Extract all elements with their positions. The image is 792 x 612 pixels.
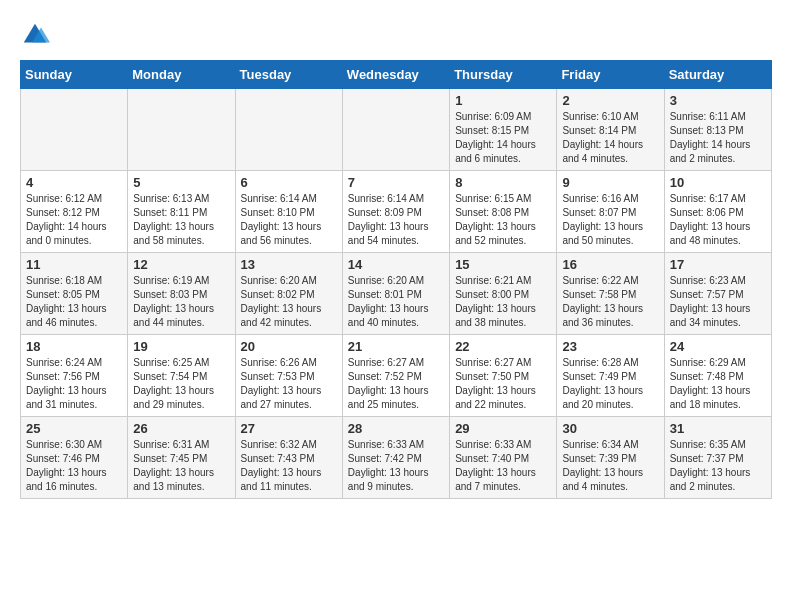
calendar-cell: 4Sunrise: 6:12 AM Sunset: 8:12 PM Daylig…: [21, 171, 128, 253]
day-number: 26: [133, 421, 229, 436]
day-info: Sunrise: 6:09 AM Sunset: 8:15 PM Dayligh…: [455, 110, 551, 166]
calendar-cell: [342, 89, 449, 171]
day-number: 20: [241, 339, 337, 354]
day-number: 21: [348, 339, 444, 354]
day-number: 10: [670, 175, 766, 190]
day-number: 23: [562, 339, 658, 354]
calendar-cell: 23Sunrise: 6:28 AM Sunset: 7:49 PM Dayli…: [557, 335, 664, 417]
calendar-cell: 28Sunrise: 6:33 AM Sunset: 7:42 PM Dayli…: [342, 417, 449, 499]
day-info: Sunrise: 6:30 AM Sunset: 7:46 PM Dayligh…: [26, 438, 122, 494]
calendar-cell: 17Sunrise: 6:23 AM Sunset: 7:57 PM Dayli…: [664, 253, 771, 335]
day-number: 27: [241, 421, 337, 436]
day-info: Sunrise: 6:33 AM Sunset: 7:40 PM Dayligh…: [455, 438, 551, 494]
calendar-table: SundayMondayTuesdayWednesdayThursdayFrid…: [20, 60, 772, 499]
calendar-cell: 31Sunrise: 6:35 AM Sunset: 7:37 PM Dayli…: [664, 417, 771, 499]
day-info: Sunrise: 6:21 AM Sunset: 8:00 PM Dayligh…: [455, 274, 551, 330]
calendar-cell: 25Sunrise: 6:30 AM Sunset: 7:46 PM Dayli…: [21, 417, 128, 499]
day-info: Sunrise: 6:14 AM Sunset: 8:09 PM Dayligh…: [348, 192, 444, 248]
day-info: Sunrise: 6:29 AM Sunset: 7:48 PM Dayligh…: [670, 356, 766, 412]
day-info: Sunrise: 6:23 AM Sunset: 7:57 PM Dayligh…: [670, 274, 766, 330]
day-number: 28: [348, 421, 444, 436]
day-number: 14: [348, 257, 444, 272]
calendar-cell: 19Sunrise: 6:25 AM Sunset: 7:54 PM Dayli…: [128, 335, 235, 417]
day-number: 8: [455, 175, 551, 190]
day-number: 11: [26, 257, 122, 272]
day-number: 16: [562, 257, 658, 272]
day-number: 17: [670, 257, 766, 272]
day-info: Sunrise: 6:26 AM Sunset: 7:53 PM Dayligh…: [241, 356, 337, 412]
calendar-cell: 20Sunrise: 6:26 AM Sunset: 7:53 PM Dayli…: [235, 335, 342, 417]
calendar-cell: 1Sunrise: 6:09 AM Sunset: 8:15 PM Daylig…: [450, 89, 557, 171]
weekday-header: Friday: [557, 61, 664, 89]
day-number: 2: [562, 93, 658, 108]
calendar-cell: 12Sunrise: 6:19 AM Sunset: 8:03 PM Dayli…: [128, 253, 235, 335]
day-number: 3: [670, 93, 766, 108]
day-info: Sunrise: 6:27 AM Sunset: 7:52 PM Dayligh…: [348, 356, 444, 412]
calendar-cell: 5Sunrise: 6:13 AM Sunset: 8:11 PM Daylig…: [128, 171, 235, 253]
day-info: Sunrise: 6:15 AM Sunset: 8:08 PM Dayligh…: [455, 192, 551, 248]
day-info: Sunrise: 6:17 AM Sunset: 8:06 PM Dayligh…: [670, 192, 766, 248]
day-number: 1: [455, 93, 551, 108]
day-info: Sunrise: 6:35 AM Sunset: 7:37 PM Dayligh…: [670, 438, 766, 494]
day-info: Sunrise: 6:25 AM Sunset: 7:54 PM Dayligh…: [133, 356, 229, 412]
calendar-cell: 7Sunrise: 6:14 AM Sunset: 8:09 PM Daylig…: [342, 171, 449, 253]
day-number: 31: [670, 421, 766, 436]
page-header: [20, 20, 772, 50]
day-info: Sunrise: 6:28 AM Sunset: 7:49 PM Dayligh…: [562, 356, 658, 412]
day-number: 29: [455, 421, 551, 436]
calendar-cell: [128, 89, 235, 171]
day-info: Sunrise: 6:33 AM Sunset: 7:42 PM Dayligh…: [348, 438, 444, 494]
day-info: Sunrise: 6:12 AM Sunset: 8:12 PM Dayligh…: [26, 192, 122, 248]
day-info: Sunrise: 6:19 AM Sunset: 8:03 PM Dayligh…: [133, 274, 229, 330]
day-info: Sunrise: 6:20 AM Sunset: 8:01 PM Dayligh…: [348, 274, 444, 330]
day-number: 24: [670, 339, 766, 354]
day-info: Sunrise: 6:11 AM Sunset: 8:13 PM Dayligh…: [670, 110, 766, 166]
calendar-cell: 16Sunrise: 6:22 AM Sunset: 7:58 PM Dayli…: [557, 253, 664, 335]
calendar-cell: 2Sunrise: 6:10 AM Sunset: 8:14 PM Daylig…: [557, 89, 664, 171]
day-info: Sunrise: 6:14 AM Sunset: 8:10 PM Dayligh…: [241, 192, 337, 248]
day-number: 5: [133, 175, 229, 190]
day-number: 13: [241, 257, 337, 272]
day-number: 25: [26, 421, 122, 436]
calendar-cell: 8Sunrise: 6:15 AM Sunset: 8:08 PM Daylig…: [450, 171, 557, 253]
calendar-cell: 29Sunrise: 6:33 AM Sunset: 7:40 PM Dayli…: [450, 417, 557, 499]
calendar-cell: 3Sunrise: 6:11 AM Sunset: 8:13 PM Daylig…: [664, 89, 771, 171]
day-number: 6: [241, 175, 337, 190]
calendar-cell: [235, 89, 342, 171]
day-info: Sunrise: 6:24 AM Sunset: 7:56 PM Dayligh…: [26, 356, 122, 412]
day-info: Sunrise: 6:18 AM Sunset: 8:05 PM Dayligh…: [26, 274, 122, 330]
calendar-cell: 14Sunrise: 6:20 AM Sunset: 8:01 PM Dayli…: [342, 253, 449, 335]
calendar-cell: 18Sunrise: 6:24 AM Sunset: 7:56 PM Dayli…: [21, 335, 128, 417]
calendar-cell: 9Sunrise: 6:16 AM Sunset: 8:07 PM Daylig…: [557, 171, 664, 253]
calendar-cell: [21, 89, 128, 171]
calendar-cell: 21Sunrise: 6:27 AM Sunset: 7:52 PM Dayli…: [342, 335, 449, 417]
day-info: Sunrise: 6:13 AM Sunset: 8:11 PM Dayligh…: [133, 192, 229, 248]
day-info: Sunrise: 6:31 AM Sunset: 7:45 PM Dayligh…: [133, 438, 229, 494]
day-number: 9: [562, 175, 658, 190]
logo-icon: [20, 20, 50, 50]
day-number: 30: [562, 421, 658, 436]
logo: [20, 20, 54, 50]
calendar-cell: 24Sunrise: 6:29 AM Sunset: 7:48 PM Dayli…: [664, 335, 771, 417]
day-info: Sunrise: 6:10 AM Sunset: 8:14 PM Dayligh…: [562, 110, 658, 166]
weekday-header: Saturday: [664, 61, 771, 89]
day-number: 19: [133, 339, 229, 354]
weekday-header: Monday: [128, 61, 235, 89]
day-number: 12: [133, 257, 229, 272]
day-number: 4: [26, 175, 122, 190]
day-info: Sunrise: 6:20 AM Sunset: 8:02 PM Dayligh…: [241, 274, 337, 330]
calendar-cell: 10Sunrise: 6:17 AM Sunset: 8:06 PM Dayli…: [664, 171, 771, 253]
weekday-header: Tuesday: [235, 61, 342, 89]
day-info: Sunrise: 6:16 AM Sunset: 8:07 PM Dayligh…: [562, 192, 658, 248]
calendar-cell: 15Sunrise: 6:21 AM Sunset: 8:00 PM Dayli…: [450, 253, 557, 335]
calendar-cell: 30Sunrise: 6:34 AM Sunset: 7:39 PM Dayli…: [557, 417, 664, 499]
day-info: Sunrise: 6:27 AM Sunset: 7:50 PM Dayligh…: [455, 356, 551, 412]
day-info: Sunrise: 6:34 AM Sunset: 7:39 PM Dayligh…: [562, 438, 658, 494]
calendar-cell: 22Sunrise: 6:27 AM Sunset: 7:50 PM Dayli…: [450, 335, 557, 417]
day-number: 22: [455, 339, 551, 354]
day-number: 15: [455, 257, 551, 272]
weekday-header: Sunday: [21, 61, 128, 89]
calendar-cell: 27Sunrise: 6:32 AM Sunset: 7:43 PM Dayli…: [235, 417, 342, 499]
calendar-cell: 11Sunrise: 6:18 AM Sunset: 8:05 PM Dayli…: [21, 253, 128, 335]
day-number: 18: [26, 339, 122, 354]
